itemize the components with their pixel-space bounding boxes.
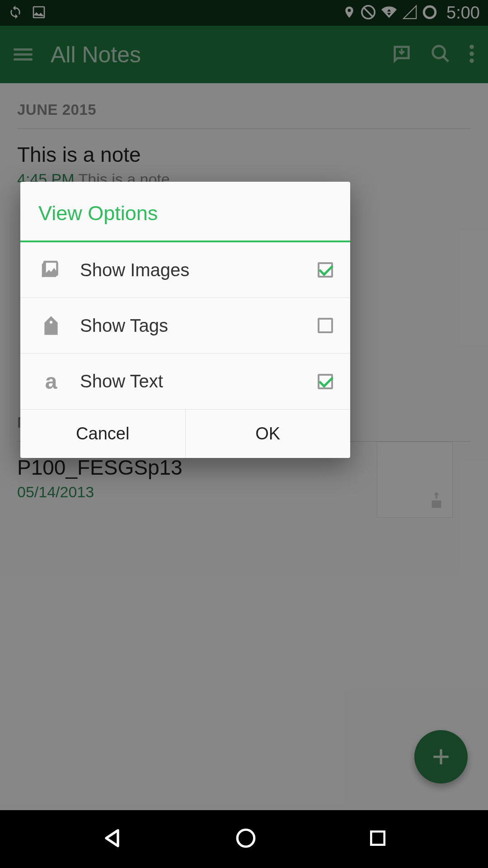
- svg-rect-8: [42, 275, 56, 277]
- ok-button[interactable]: OK: [186, 409, 351, 458]
- svg-point-9: [237, 830, 254, 847]
- dialog-title: View Options: [20, 182, 350, 241]
- checkbox-checked[interactable]: [318, 374, 333, 389]
- option-label: Show Images: [80, 260, 318, 280]
- text-icon: a: [38, 369, 65, 394]
- option-show-tags[interactable]: Show Tags: [20, 298, 350, 354]
- images-icon: [38, 258, 65, 282]
- view-options-dialog: View Options Show Images Show Tags a Sho…: [20, 182, 350, 458]
- recent-apps-icon[interactable]: [368, 828, 388, 850]
- checkbox-unchecked[interactable]: [318, 318, 333, 333]
- svg-rect-10: [371, 831, 384, 844]
- option-show-images[interactable]: Show Images: [20, 242, 350, 298]
- cancel-button[interactable]: Cancel: [20, 409, 186, 458]
- navigation-bar: [0, 810, 488, 868]
- back-icon[interactable]: [100, 826, 124, 852]
- tag-icon: [38, 313, 65, 338]
- checkbox-checked[interactable]: [318, 262, 333, 278]
- home-icon[interactable]: [235, 827, 257, 851]
- option-label: Show Text: [80, 371, 318, 392]
- option-show-text[interactable]: a Show Text: [20, 354, 350, 409]
- option-label: Show Tags: [80, 316, 318, 336]
